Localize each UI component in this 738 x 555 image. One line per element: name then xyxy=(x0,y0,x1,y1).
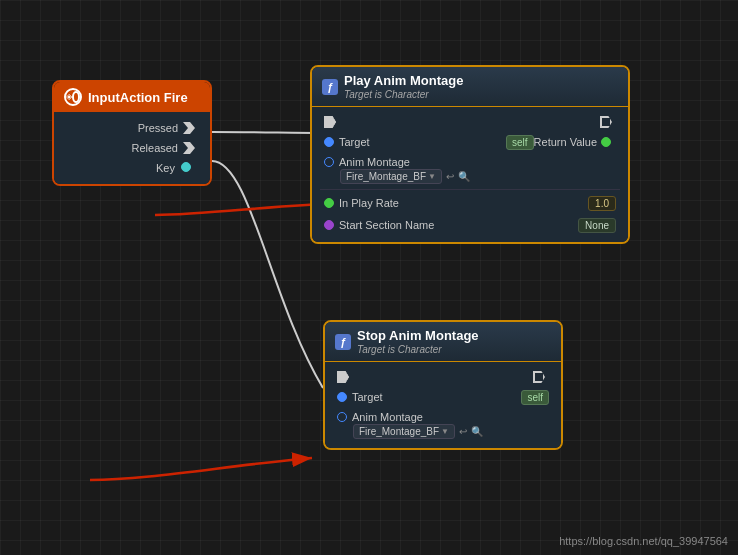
return-value-right: Return Value xyxy=(534,136,616,148)
chevron-icon: ▼ xyxy=(428,172,436,181)
stop-anim-title: Stop Anim Montage xyxy=(357,328,479,343)
play-anim-body: Target self Return Value Anim Montage Fi… xyxy=(312,107,628,242)
released-label: Released xyxy=(68,142,178,154)
pressed-label: Pressed xyxy=(68,122,178,134)
stop-anim-montage-row: Anim Montage Fire_Montage_BF ▼ ↩ 🔍 xyxy=(333,408,553,442)
stop-anim-node: ƒ Stop Anim Montage Target is Character … xyxy=(323,320,563,450)
stop-anim-montage-label-row: Anim Montage xyxy=(337,411,423,423)
key-data-pin[interactable] xyxy=(181,161,196,175)
stop-target-row: Target self xyxy=(333,386,553,408)
stop-anim-montage-value: Fire_Montage_BF xyxy=(359,426,439,437)
input-action-node: InputAction Fire Pressed Released Key xyxy=(52,80,212,186)
stop-func-icon: ƒ xyxy=(335,334,351,350)
watermark: https://blog.csdn.net/qq_39947564 xyxy=(559,535,728,547)
anim-montage-label-row: Anim Montage xyxy=(324,156,410,168)
pressed-exec-out[interactable] xyxy=(182,121,196,135)
play-anim-header: ƒ Play Anim Montage Target is Character xyxy=(312,67,628,107)
start-section-pin[interactable] xyxy=(324,220,334,230)
stop-chevron-icon: ▼ xyxy=(441,427,449,436)
stop-anim-subtitle: Target is Character xyxy=(357,344,479,355)
stop-anim-header: ƒ Stop Anim Montage Target is Character xyxy=(325,322,561,362)
stop-exec-out-pin[interactable] xyxy=(533,371,545,383)
target-pin[interactable] xyxy=(324,137,334,147)
func-icon: ƒ xyxy=(322,79,338,95)
input-action-body: Pressed Released Key xyxy=(54,112,210,184)
play-anim-subtitle: Target is Character xyxy=(344,89,463,100)
input-action-title: InputAction Fire xyxy=(88,90,188,105)
stop-target-badge: self xyxy=(521,390,549,405)
in-play-rate-value[interactable]: 1.0 xyxy=(588,196,616,211)
stop-anim-montage-field: Fire_Montage_BF ▼ ↩ 🔍 xyxy=(353,424,483,439)
exec-out-pin[interactable] xyxy=(600,116,612,128)
key-pin-row: Key xyxy=(62,158,202,178)
stop-anim-montage-dropdown[interactable]: Fire_Montage_BF ▼ xyxy=(353,424,455,439)
stop-target-label: Target xyxy=(352,391,517,403)
anim-montage-row: Anim Montage Fire_Montage_BF ▼ ↩ 🔍 xyxy=(320,153,620,187)
target-pin-row: Target self Return Value xyxy=(320,131,620,153)
exec-row xyxy=(320,113,620,131)
in-play-rate-label: In Play Rate xyxy=(339,197,584,209)
play-anim-node: ƒ Play Anim Montage Target is Character … xyxy=(310,65,630,244)
stop-anim-body: Target self Anim Montage Fire_Montage_BF… xyxy=(325,362,561,448)
stop-search-icon[interactable]: 🔍 xyxy=(471,426,483,437)
reset-icon[interactable]: ↩ xyxy=(446,171,454,182)
released-pin-row: Released xyxy=(62,138,202,158)
pressed-pin-row: Pressed xyxy=(62,118,202,138)
stop-exec-in-pin[interactable] xyxy=(337,371,349,383)
stop-exec-row xyxy=(333,368,553,386)
exec-in-pin[interactable] xyxy=(324,116,336,128)
anim-montage-pin[interactable] xyxy=(324,157,334,167)
key-label: Key xyxy=(68,162,175,174)
start-section-value[interactable]: None xyxy=(578,218,616,233)
stop-anim-montage-label: Anim Montage xyxy=(352,411,423,423)
anim-montage-value: Fire_Montage_BF xyxy=(346,171,426,182)
anim-montage-dropdown[interactable]: Fire_Montage_BF ▼ xyxy=(340,169,442,184)
in-play-rate-row: In Play Rate 1.0 xyxy=(320,192,620,214)
target-badge: self xyxy=(506,135,534,150)
stop-target-pin[interactable] xyxy=(337,392,347,402)
anim-montage-field: Fire_Montage_BF ▼ ↩ 🔍 xyxy=(340,169,470,184)
stop-reset-icon[interactable]: ↩ xyxy=(459,426,467,437)
play-anim-title: Play Anim Montage xyxy=(344,73,463,88)
search-icon[interactable]: 🔍 xyxy=(458,171,470,182)
released-exec-out[interactable] xyxy=(182,141,196,155)
in-play-rate-pin[interactable] xyxy=(324,198,334,208)
input-action-header: InputAction Fire xyxy=(54,82,210,112)
input-action-icon xyxy=(64,88,82,106)
start-section-label: Start Section Name xyxy=(339,219,574,231)
target-label: Target xyxy=(339,136,502,148)
return-value-label: Return Value xyxy=(534,136,597,148)
svg-marker-5 xyxy=(183,142,195,154)
start-section-row: Start Section Name None xyxy=(320,214,620,236)
anim-montage-label: Anim Montage xyxy=(339,156,410,168)
stop-anim-montage-pin[interactable] xyxy=(337,412,347,422)
return-value-pin[interactable] xyxy=(601,137,611,147)
svg-marker-4 xyxy=(183,122,195,134)
watermark-text: https://blog.csdn.net/qq_39947564 xyxy=(559,535,728,547)
